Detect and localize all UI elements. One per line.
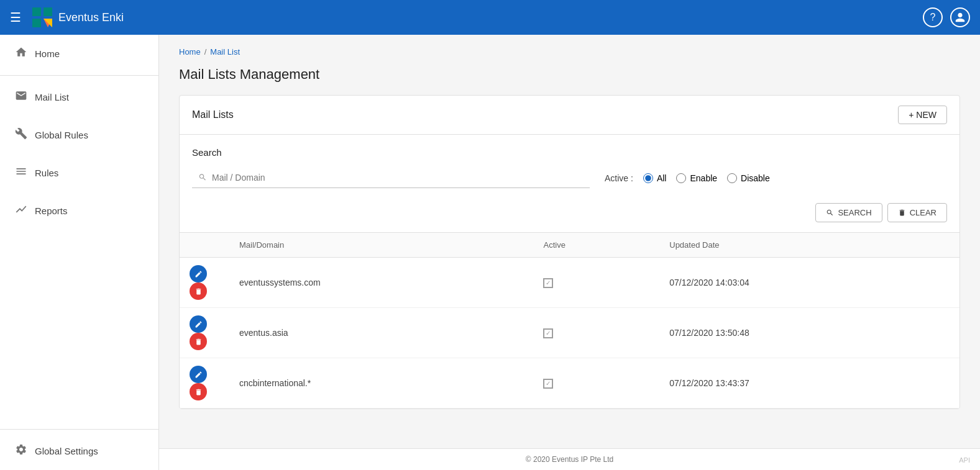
row-1-active: ✓ (533, 258, 659, 308)
radio-all-label: All (657, 173, 667, 183)
sidebar-item-mail-list-label: Mail List (35, 92, 69, 102)
table-row: eventus.asia ✓ 07/12/2020 13:50:48 (180, 308, 959, 358)
reports-icon (15, 203, 27, 219)
sidebar-item-rules[interactable]: Rules (0, 154, 158, 192)
row-2-active: ✓ (533, 308, 659, 358)
radio-disable[interactable]: Disable (727, 173, 770, 183)
mail-icon (15, 89, 27, 105)
radio-group: All Enable Disable (643, 173, 770, 183)
sidebar-divider-1 (0, 75, 158, 76)
row-1-updated-date: 07/12/2020 14:03:04 (659, 258, 959, 308)
table-row: cncbinternational.* ✓ 07/12/2020 13:43:3… (180, 358, 959, 409)
active-checkbox-2: ✓ (543, 328, 553, 338)
table-header-row: Mail/Domain Active Updated Date (180, 233, 959, 258)
table-header: Mail/Domain Active Updated Date (180, 233, 959, 258)
rules-icon (15, 165, 27, 181)
card-title: Mail Lists (192, 109, 234, 120)
new-button[interactable]: + NEW (898, 106, 947, 124)
search-button-label: SEARCH (838, 208, 871, 217)
main-content: Home / Mail List Mail Lists Management M… (159, 35, 980, 470)
sidebar-item-global-settings-label: Global Settings (35, 446, 98, 456)
radio-enable[interactable]: Enable (676, 173, 717, 183)
edit-button-1[interactable] (190, 265, 207, 282)
breadcrumb-current: Mail List (210, 47, 240, 56)
active-filter: Active : All Enable (605, 173, 770, 183)
row-2-actions (180, 308, 229, 358)
clear-button[interactable]: CLEAR (887, 203, 947, 222)
search-icon (198, 173, 207, 183)
svg-rect-2 (32, 19, 41, 27)
radio-disable-input[interactable] (727, 173, 737, 183)
brand-name: Eventus Enki (58, 11, 124, 24)
active-checkbox-1: ✓ (543, 278, 553, 288)
page-title: Mail Lists Management (179, 66, 960, 83)
sidebar-divider-2 (0, 429, 158, 430)
navbar: ☰ Eventus Enki ? (0, 0, 980, 35)
clear-button-label: CLEAR (910, 208, 936, 217)
active-checkbox-3: ✓ (543, 379, 553, 389)
settings-icon (15, 443, 27, 459)
sidebar-item-global-rules-label: Global Rules (35, 130, 88, 140)
hamburger-icon[interactable]: ☰ (10, 10, 21, 25)
row-1-mail-domain: eventussystems.com (229, 258, 533, 308)
app-body: Home Mail List Global Rules Rules Repor (0, 35, 980, 470)
brand: Eventus Enki (31, 6, 124, 29)
search-button[interactable]: SEARCH (815, 203, 882, 222)
edit-button-2[interactable] (190, 315, 207, 333)
delete-button-3[interactable] (190, 383, 207, 400)
radio-enable-input[interactable] (676, 173, 686, 183)
table-row: eventussystems.com ✓ 07/12/2020 14:03:04 (180, 258, 959, 308)
row-3-actions (180, 358, 229, 409)
user-icon[interactable] (950, 7, 970, 27)
row-3-active: ✓ (533, 358, 659, 409)
radio-all[interactable]: All (643, 173, 667, 183)
radio-disable-label: Disable (741, 173, 770, 183)
sidebar-item-mail-list[interactable]: Mail List (0, 78, 158, 116)
row-3-mail-domain: cncbinternational.* (229, 358, 533, 409)
home-icon (15, 46, 27, 61)
row-3-updated-date: 07/12/2020 13:43:37 (659, 358, 959, 409)
content-area: Home / Mail List Mail Lists Management M… (159, 35, 980, 448)
active-label: Active : (605, 173, 633, 183)
radio-all-input[interactable] (643, 173, 653, 183)
edit-button-3[interactable] (190, 366, 207, 383)
mail-lists-card: Mail Lists + NEW Search Ac (179, 95, 960, 409)
svg-rect-0 (32, 7, 41, 16)
search-row: Active : All Enable (192, 168, 947, 188)
delete-button-1[interactable] (190, 282, 207, 300)
navbar-right: ? (923, 7, 970, 27)
footer: © 2020 Eventus IP Pte Ltd API (159, 448, 980, 470)
col-active: Active (533, 233, 659, 258)
global-rules-icon (15, 127, 27, 143)
col-mail-domain: Mail/Domain (229, 233, 533, 258)
table-body: eventussystems.com ✓ 07/12/2020 14:03:04 (180, 258, 959, 409)
footer-version: API (959, 456, 970, 464)
radio-enable-label: Enable (690, 173, 717, 183)
sidebar-item-home[interactable]: Home (0, 35, 158, 73)
sidebar-spacer (0, 230, 158, 427)
breadcrumb: Home / Mail List (179, 47, 960, 56)
sidebar-item-home-label: Home (35, 48, 60, 59)
help-icon[interactable]: ? (923, 7, 943, 27)
search-section: Search Active : (180, 135, 959, 233)
card-header: Mail Lists + NEW (180, 96, 959, 135)
brand-logo (31, 6, 53, 29)
svg-rect-1 (44, 7, 52, 16)
col-actions (180, 233, 229, 258)
table-wrapper: Mail/Domain Active Updated Date (180, 233, 959, 409)
search-input-wrapper (192, 168, 590, 188)
mail-lists-table: Mail/Domain Active Updated Date (180, 233, 959, 409)
row-2-mail-domain: eventus.asia (229, 308, 533, 358)
search-actions: SEARCH CLEAR (192, 198, 947, 222)
search-label: Search (192, 147, 947, 158)
search-input[interactable] (192, 168, 590, 188)
sidebar-item-global-rules[interactable]: Global Rules (0, 116, 158, 154)
footer-copyright: © 2020 Eventus IP Pte Ltd (526, 455, 613, 464)
sidebar-item-reports-label: Reports (35, 206, 68, 216)
delete-button-2[interactable] (190, 333, 207, 350)
sidebar-item-reports[interactable]: Reports (0, 192, 158, 230)
sidebar-item-rules-label: Rules (35, 168, 58, 178)
row-1-actions (180, 258, 229, 308)
sidebar-item-global-settings[interactable]: Global Settings (0, 432, 158, 470)
breadcrumb-home[interactable]: Home (179, 47, 201, 56)
